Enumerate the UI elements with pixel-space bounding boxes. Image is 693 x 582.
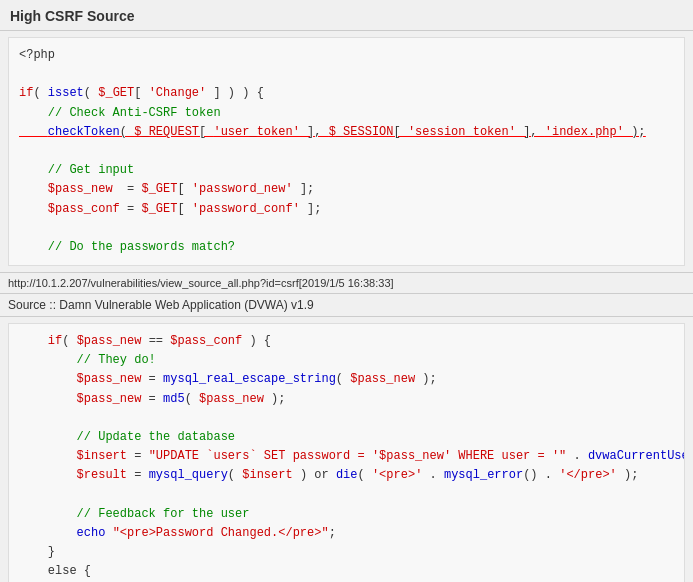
code-line [19, 142, 674, 161]
code-line [19, 219, 674, 238]
code-line: } [19, 543, 674, 562]
code-line: echo "<pre>Password Changed.</pre>"; [19, 524, 674, 543]
code-line: <?php [19, 46, 674, 65]
code-line-checktoken: checkToken( $_REQUEST[ 'user_token' ], $… [19, 123, 674, 142]
page-wrapper: High CSRF Source <?php if( isset( $_GET[… [0, 0, 693, 582]
code-line: $pass_new = md5( $pass_new ); [19, 390, 674, 409]
url-text: http://10.1.2.207/vulnerabilities/view_s… [8, 277, 394, 289]
code-line: // They do! [19, 351, 674, 370]
code-line: // Do the passwords match? [19, 238, 674, 257]
code-line: if( isset( $_GET[ 'Change' ] ) ) { [19, 84, 674, 103]
code-line [19, 65, 674, 84]
code-line: $pass_new = mysql_real_escape_string( $p… [19, 370, 674, 389]
code-line: // Feedback for the user [19, 505, 674, 524]
top-code-block: <?php if( isset( $_GET[ 'Change' ] ) ) {… [8, 37, 685, 266]
code-line: // Update the database [19, 428, 674, 447]
code-line: $pass_conf = $_GET[ 'password_conf' ]; [19, 200, 674, 219]
code-line: // Check Anti-CSRF token [19, 104, 674, 123]
source-bar: Source :: Damn Vulnerable Web Applicatio… [0, 294, 693, 317]
url-bar: http://10.1.2.207/vulnerabilities/view_s… [0, 272, 693, 294]
source-label: Source :: Damn Vulnerable Web Applicatio… [8, 298, 314, 312]
code-line: $insert = "UPDATE `users` SET password =… [19, 447, 674, 466]
code-line: $result = mysql_query( $insert ) or die(… [19, 466, 674, 485]
title-bar: High CSRF Source [0, 0, 693, 31]
code-line [19, 409, 674, 428]
code-line: // Get input [19, 161, 674, 180]
page-title: High CSRF Source [10, 8, 683, 24]
code-line: if( $pass_new == $pass_conf ) { [19, 332, 674, 351]
bottom-code-block: if( $pass_new == $pass_conf ) { // They … [8, 323, 685, 582]
code-line: $pass_new = $_GET[ 'password_new' ]; [19, 180, 674, 199]
code-line [19, 486, 674, 505]
code-line: else { [19, 562, 674, 581]
